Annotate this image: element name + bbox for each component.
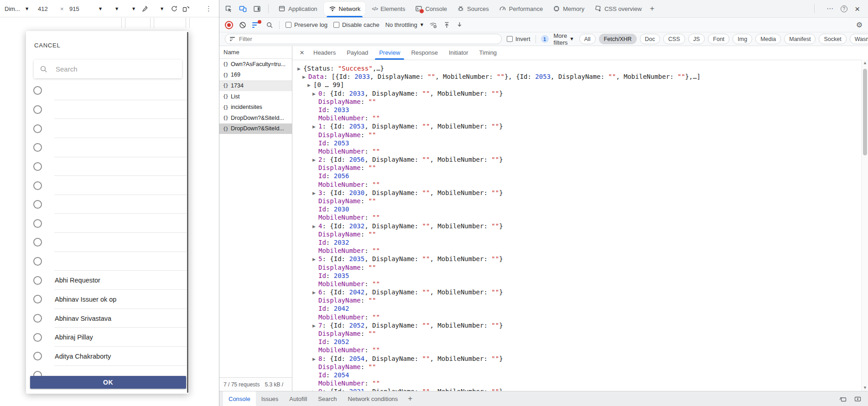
list-item[interactable] xyxy=(26,157,187,176)
list-item[interactable] xyxy=(26,176,187,195)
expand-arrow-icon[interactable]: ▶ xyxy=(312,255,318,263)
request-row[interactable]: {}incidentsites xyxy=(219,102,292,113)
tab-css-overview[interactable]: CSS overview xyxy=(589,0,647,17)
checkbox-icon[interactable] xyxy=(333,22,339,28)
viewport-width-field[interactable]: 412 xyxy=(38,5,48,12)
viewport-height-field[interactable]: 915 xyxy=(69,5,79,12)
list-item[interactable]: Abhiraj Pillay xyxy=(26,328,187,347)
expand-arrow-icon[interactable]: ▶ xyxy=(312,222,318,230)
drawer-tab-search[interactable]: Search xyxy=(312,391,342,406)
radio-button[interactable] xyxy=(33,143,42,152)
tab-preview[interactable]: Preview xyxy=(374,46,405,60)
expand-arrow-icon[interactable]: ▶ xyxy=(312,388,318,391)
filter-chip-img[interactable]: Img xyxy=(733,34,752,44)
dialog-scrollbar[interactable] xyxy=(187,32,188,393)
expand-arrow-icon[interactable]: ▶ xyxy=(297,65,303,72)
invert-checkbox[interactable]: Invert xyxy=(507,36,530,42)
expand-arrow-icon[interactable]: ▶ xyxy=(312,355,318,363)
filter-chip-css[interactable]: CSS xyxy=(663,34,685,44)
expand-arrow-icon[interactable]: ▶ xyxy=(312,156,318,164)
list-item[interactable] xyxy=(26,252,187,271)
preview-scrollbar[interactable]: ▲ ▼ xyxy=(861,60,868,391)
filter-chip-js[interactable]: JS xyxy=(688,34,705,44)
search-input[interactable] xyxy=(55,65,166,73)
scrollbar-thumb[interactable] xyxy=(863,69,867,155)
list-item[interactable] xyxy=(26,214,187,233)
list-item[interactable] xyxy=(26,100,187,119)
tab-sources[interactable]: Sources xyxy=(452,0,494,17)
rotate-viewport-icon[interactable] xyxy=(171,5,178,12)
list-item[interactable]: Abhinav Issuer ok op xyxy=(26,290,187,309)
zoom-dropdown-icon[interactable]: ▼ xyxy=(99,6,102,10)
expand-arrow-icon[interactable]: ▶ xyxy=(312,90,318,98)
cancel-button[interactable]: CANCEL xyxy=(34,42,61,49)
record-network-log-icon[interactable] xyxy=(225,21,233,29)
drawer-tab-network-conditions[interactable]: Network conditions xyxy=(343,391,404,406)
dropdown-icon[interactable]: ▼ xyxy=(132,6,135,10)
ok-button[interactable]: OK xyxy=(30,376,186,389)
add-drawer-tab-icon[interactable]: + xyxy=(403,394,417,403)
expand-arrow-icon[interactable]: ▶ xyxy=(312,288,318,296)
request-row[interactable]: {}169 xyxy=(219,70,292,81)
list-item[interactable]: Abhinav Srivastava xyxy=(26,309,187,328)
radio-button[interactable] xyxy=(33,124,42,133)
preserve-log-checkbox[interactable]: Preserve log xyxy=(286,21,327,28)
tab-elements[interactable]: </> Elements xyxy=(367,0,410,17)
tab-memory[interactable]: Memory xyxy=(548,0,589,17)
list-item[interactable] xyxy=(26,119,187,138)
restore-dock-icon[interactable] xyxy=(839,395,847,403)
tab-payload[interactable]: Payload xyxy=(341,46,374,60)
expand-arrow-icon[interactable]: ▶ xyxy=(312,322,318,329)
list-item[interactable] xyxy=(26,138,187,157)
radio-button[interactable] xyxy=(33,86,42,95)
dock-side-icon[interactable] xyxy=(253,5,261,13)
list-item[interactable] xyxy=(26,195,187,214)
close-detail-icon[interactable]: × xyxy=(296,46,308,60)
filter-chip-font[interactable]: Font xyxy=(708,34,729,44)
drawer-tab-console[interactable]: Console xyxy=(223,391,256,406)
filter-chip-wasm[interactable]: Wasm xyxy=(850,34,868,44)
tab-network[interactable]: Network xyxy=(324,2,366,15)
radio-button[interactable] xyxy=(33,200,42,209)
more-filters-dropdown[interactable]: More filters ▼ xyxy=(554,32,573,46)
tab-headers[interactable]: Headers xyxy=(308,46,341,60)
clear-network-log-icon[interactable] xyxy=(239,21,246,29)
throttle-dropdown-icon[interactable]: ▼ xyxy=(115,6,118,10)
radio-button[interactable] xyxy=(33,181,42,190)
expand-arrow-icon[interactable]: ▶ xyxy=(312,189,318,197)
radio-button[interactable] xyxy=(33,333,42,342)
filter-chip-manifest[interactable]: Manifest xyxy=(784,34,816,44)
expand-arrow-icon[interactable]: ▶ xyxy=(302,73,308,81)
tab-performance[interactable]: Performance xyxy=(494,0,548,17)
request-row[interactable]: {}DropDown?&SiteId... xyxy=(219,123,292,134)
request-row[interactable]: {}DropDown?&SiteId... xyxy=(219,113,292,123)
list-item[interactable] xyxy=(26,233,187,252)
eyedropper-icon[interactable] xyxy=(141,5,148,12)
scroll-up-icon[interactable]: ▲ xyxy=(862,61,868,65)
radio-button[interactable] xyxy=(33,295,42,303)
close-devtools-icon[interactable]: × xyxy=(855,5,860,13)
search-network-icon[interactable] xyxy=(266,21,273,29)
radio-button[interactable] xyxy=(33,276,42,285)
checkbox-icon[interactable] xyxy=(286,22,291,28)
filter-chip-fetch-xhr[interactable]: Fetch/XHR xyxy=(599,34,637,44)
radio-button[interactable] xyxy=(33,257,42,266)
disable-cache-checkbox[interactable]: Disable cache xyxy=(333,21,379,28)
radio-button[interactable] xyxy=(33,314,42,323)
drawer-tab-issues[interactable]: Issues xyxy=(256,391,284,406)
expand-arrow-icon[interactable]: ▶ xyxy=(312,123,318,130)
help-icon[interactable]: ? xyxy=(841,5,847,12)
request-row[interactable]: {}List xyxy=(219,91,292,102)
scroll-down-icon[interactable]: ▼ xyxy=(862,386,868,390)
tab-console[interactable]: Console xyxy=(410,0,452,17)
drawer-tab-autofill[interactable]: Autofill xyxy=(284,391,312,406)
toggle-device-toolbar-icon[interactable] xyxy=(239,5,247,13)
radio-button[interactable] xyxy=(33,238,42,247)
request-row[interactable]: {}Own?AsFaculty=tru... xyxy=(219,59,292,70)
import-har-icon[interactable] xyxy=(443,21,450,29)
radio-button[interactable] xyxy=(33,162,42,171)
more-tabs-icon[interactable]: + xyxy=(647,4,658,13)
request-list-header[interactable]: Name xyxy=(219,46,292,59)
tab-application[interactable]: Application xyxy=(273,0,322,17)
filter-chip-all[interactable]: All xyxy=(579,34,596,44)
